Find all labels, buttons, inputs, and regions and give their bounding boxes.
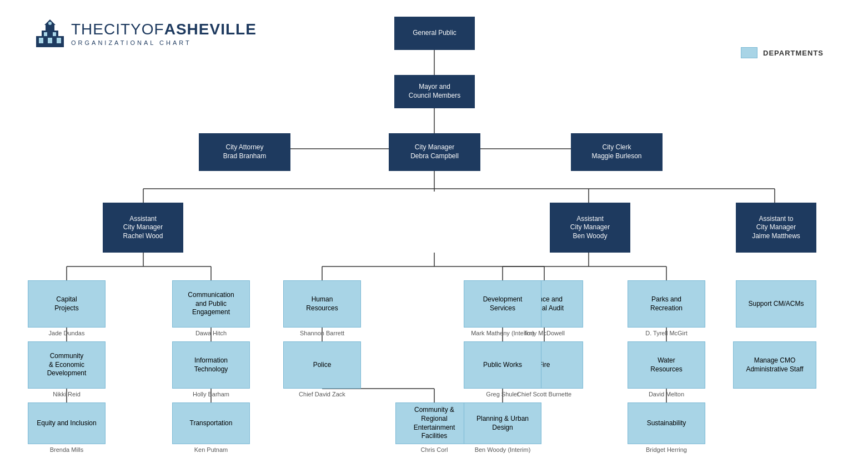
node-city-attorney: City AttorneyBrad Branham [199, 133, 290, 171]
node-sustainability-name: Bridget Herring [628, 446, 705, 453]
node-dev-services: DevelopmentServices [464, 280, 541, 328]
node-transportation-name: Ken Putnam [172, 446, 250, 453]
node-general-public: General Public [394, 17, 475, 50]
svg-rect-8 [44, 32, 47, 36]
node-acm-jaime: Assistant toCity ManagerJaime Matthews [736, 203, 816, 253]
node-comm-pub-eng-name: Dawa Hitch [172, 330, 250, 336]
node-sustainability: Sustainability [628, 402, 705, 444]
legend: DEPARTMENTS [741, 47, 824, 58]
node-info-tech-name: Holly Barham [172, 391, 250, 397]
logo-city: CITY [104, 21, 142, 38]
node-water: WaterResources [628, 341, 705, 389]
node-planning: Planning & UrbanDesign [464, 402, 541, 444]
node-human-resources-name: Shannon Barrett [283, 330, 361, 336]
legend-box [741, 47, 757, 58]
node-info-tech: InformationTechnology [172, 341, 250, 389]
logo-text: THECITYOFASHEVILLE ORGANIZATIONAL CHART [71, 21, 257, 46]
node-community-econ: Community& EconomicDevelopment [28, 341, 106, 389]
node-comm-reg-ent: Community & RegionalEntertainmentFacilit… [395, 402, 473, 444]
node-equity: Equity and Inclusion [28, 402, 106, 444]
node-city-manager: City ManagerDebra Campbell [389, 133, 480, 171]
node-parks-rec: Parks andRecreation [628, 280, 705, 328]
node-dev-services-name: Mark Matheny (Interim) [464, 330, 541, 336]
node-equity-name: Brenda Mills [28, 446, 106, 453]
logo: THECITYOFASHEVILLE ORGANIZATIONAL CHART [33, 17, 257, 50]
city-icon [33, 17, 67, 50]
node-comm-pub-eng: Communicationand PublicEngagement [172, 280, 250, 328]
svg-point-4 [48, 22, 52, 25]
node-transportation: Transportation [172, 402, 250, 444]
node-support-cm: Support CM/ACMs [736, 280, 816, 328]
legend-label: DEPARTMENTS [763, 49, 824, 57]
svg-rect-7 [57, 38, 61, 43]
node-manage-cmo: Manage CMOAdministrative Staff [733, 341, 816, 389]
node-acm-rachel: AssistantCity ManagerRachel Wood [103, 203, 183, 253]
svg-rect-5 [39, 38, 43, 43]
node-mayor: Mayor andCouncil Members [394, 75, 475, 108]
svg-rect-2 [46, 25, 54, 33]
node-human-resources: HumanResources [283, 280, 361, 328]
node-acm-ben: AssistantCity ManagerBen Woody [550, 203, 630, 253]
node-water-name: David Melton [628, 391, 705, 397]
node-city-clerk: City ClerkMaggie Burleson [571, 133, 663, 171]
logo-of: OF [142, 21, 164, 38]
node-police: Police [283, 341, 361, 389]
logo-asheville: ASHEVILLE [164, 21, 257, 38]
svg-rect-6 [48, 38, 52, 43]
node-public-works: Public Works [464, 341, 541, 389]
node-capital-projects: CapitalProjects [28, 280, 106, 328]
node-police-name: Chief David Zack [283, 391, 361, 397]
svg-rect-9 [53, 32, 56, 36]
node-public-works-name: Greg Shuler [464, 391, 541, 397]
logo-the: THE [71, 21, 104, 38]
node-parks-rec-name: D. Tyrell McGirt [628, 330, 705, 336]
node-capital-projects-name: Jade Dundas [28, 330, 106, 336]
node-comm-reg-ent-name: Chris Corl [395, 446, 473, 453]
logo-subtitle: ORGANIZATIONAL CHART [71, 39, 257, 46]
node-planning-name: Ben Woody (Interim) [464, 446, 541, 453]
node-community-econ-name: Nikki Reid [28, 391, 106, 397]
